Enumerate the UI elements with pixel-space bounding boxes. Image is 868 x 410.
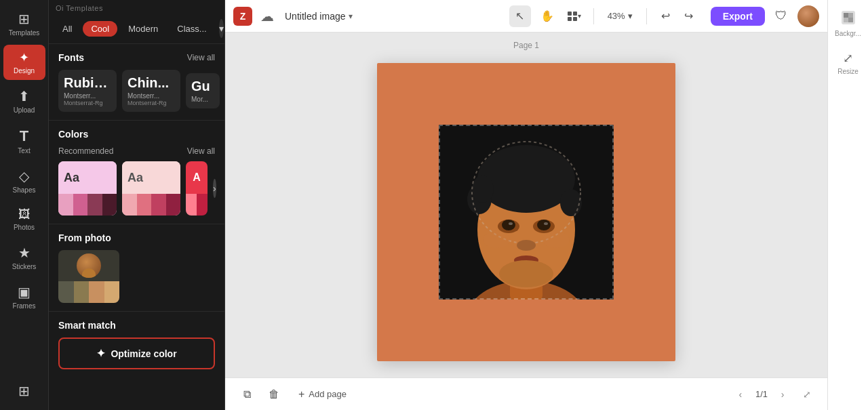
sidebar-item-upload[interactable]: ⬆ Upload <box>3 83 45 119</box>
sidebar-item-design[interactable]: ✦ Design <box>3 45 45 80</box>
delete-page-button[interactable]: 🗑 <box>263 384 285 405</box>
sidebar-item-shapes[interactable]: ◇ Shapes <box>3 163 45 199</box>
layout-caret: ▾ <box>578 12 581 20</box>
sidebar-item-label-text: Text <box>18 147 30 155</box>
sidebar-item-label-photos: Photos <box>14 224 35 231</box>
zoom-control[interactable]: 43% ▾ <box>602 8 638 24</box>
tab-all[interactable]: All <box>54 21 80 37</box>
prev-page-button[interactable]: ‹ <box>731 385 750 404</box>
top-toolbar: Z ☁ Untitled image ▾ ↖ ✋ ▾ 43% ▾ ↩ ↪ <box>225 0 827 33</box>
font-card-sub2-1: Montserrat-Rg <box>127 100 175 106</box>
font-card-1[interactable]: Chin... Montserr... Montserrat-Rg <box>122 70 180 112</box>
export-button[interactable]: Export <box>711 7 765 26</box>
font-card-sub1-1: Montserr... <box>127 92 175 100</box>
zoom-value: 43% <box>608 11 625 21</box>
svg-point-21 <box>499 260 553 287</box>
font-card-0[interactable]: Rubik-... Montserr... Montserrat-Rg <box>58 70 117 112</box>
background-panel-button[interactable]: Backgr... <box>831 5 866 43</box>
color-palette-0[interactable]: Aa <box>58 161 117 216</box>
tab-cool[interactable]: Cool <box>83 21 117 37</box>
document-title-area[interactable]: Untitled image ▾ <box>279 8 358 24</box>
canvas-photo[interactable] <box>439 125 614 300</box>
smart-match-section: Smart match ✦ Optimize color <box>49 314 224 379</box>
font-card-name-2: Gu <box>191 79 214 94</box>
fonts-view-all[interactable]: View all <box>187 53 215 62</box>
sidebar-icons: ⊞ Templates ✦ Design ⬆ Upload T Text ◇ S… <box>0 0 49 410</box>
shield-button[interactable]: 🛡 <box>770 5 792 27</box>
toolbar-divider-1 <box>593 8 594 24</box>
sidebar-item-label-upload: Upload <box>14 106 35 114</box>
add-page-button[interactable]: + Add page <box>290 384 355 405</box>
colors-more-button[interactable]: › <box>213 179 216 198</box>
grid-icon: ⊞ <box>18 383 30 399</box>
zoom-caret-icon: ▾ <box>628 11 633 21</box>
sidebar-item-stickers[interactable]: ★ Stickers <box>3 239 45 276</box>
next-page-button[interactable]: › <box>773 385 792 404</box>
user-avatar[interactable] <box>797 5 819 27</box>
fonts-section: Fonts View all Rubik-... Montserr... Mon… <box>49 44 224 117</box>
title-caret-icon: ▾ <box>349 12 353 21</box>
shapes-icon: ◇ <box>19 168 29 184</box>
svg-point-19 <box>517 240 536 251</box>
color-palette-1[interactable]: Aa <box>122 161 180 216</box>
canvas-area[interactable]: Page 1 <box>225 33 827 377</box>
resize-panel-button[interactable]: ⤢ Resize <box>831 45 866 81</box>
upload-icon: ⬆ <box>18 88 30 104</box>
add-page-label: Add page <box>309 389 347 399</box>
optimize-icon: ✦ <box>96 347 105 360</box>
cloud-icon: ☁ <box>260 8 274 24</box>
sidebar-item-grid[interactable]: ⊞ <box>3 377 45 405</box>
fonts-title: Fonts <box>58 52 84 63</box>
optimize-color-button[interactable]: ✦ Optimize color <box>58 337 215 369</box>
layout-tool-button[interactable]: ▾ <box>564 5 585 27</box>
svg-rect-2 <box>568 17 572 21</box>
hand-tool-button[interactable]: ✋ <box>536 5 558 27</box>
add-page-icon: + <box>298 388 304 401</box>
undo-redo-controls: ↩ ↪ <box>655 5 700 27</box>
font-card-sub1-0: Montserr... <box>64 92 111 100</box>
svg-point-15 <box>502 220 515 230</box>
svg-rect-26 <box>848 13 853 18</box>
svg-rect-3 <box>573 17 577 21</box>
layout-icon <box>567 11 578 22</box>
color-palette-2-partial[interactable]: A <box>186 161 208 216</box>
colors-view-all[interactable]: View all <box>187 146 215 156</box>
select-tool-button[interactable]: ↖ <box>509 5 531 27</box>
design-icon: ✦ <box>19 50 29 65</box>
toolbar-divider-2 <box>646 8 647 24</box>
document-title: Untitled image <box>285 11 346 22</box>
svg-rect-1 <box>573 12 577 16</box>
undo-button[interactable]: ↩ <box>655 5 677 27</box>
colors-title: Colors <box>58 129 88 140</box>
sidebar-item-label-shapes: Shapes <box>13 186 36 194</box>
sidebar-item-photos[interactable]: 🖼 Photos <box>3 202 45 237</box>
svg-point-16 <box>537 220 551 230</box>
sidebar-item-frames[interactable]: ▣ Frames <box>3 279 45 315</box>
redo-button[interactable]: ↪ <box>678 5 700 27</box>
right-panel: Backgr... ⤢ Resize <box>827 0 868 410</box>
sidebar-item-label-frames: Frames <box>13 302 36 310</box>
sidebar-item-templates[interactable]: ⊞ Templates <box>3 5 45 42</box>
templates-icon: ⊞ <box>18 11 30 27</box>
svg-rect-27 <box>844 18 848 22</box>
font-card-sub1-2: Mor... <box>191 96 214 103</box>
copy-page-button[interactable]: ⧉ <box>236 384 258 405</box>
from-photo-thumbnail[interactable] <box>58 250 119 303</box>
font-card-name-0: Rubik-... <box>64 75 111 91</box>
svg-rect-25 <box>844 13 848 18</box>
from-photo-section: From photo <box>49 227 224 308</box>
sidebar-item-text[interactable]: T Text <box>3 122 45 160</box>
sidebar-item-label-design: Design <box>14 67 35 75</box>
colors-section: Colors Recommended View all Aa <box>49 123 224 221</box>
filter-tab-more-button[interactable]: ▾ <box>219 19 224 38</box>
tab-modern[interactable]: Modern <box>120 21 166 37</box>
divider-1 <box>49 120 224 121</box>
svg-rect-0 <box>568 12 572 16</box>
font-card-2[interactable]: Gu Mor... <box>186 73 220 108</box>
recommended-label: Recommended <box>58 146 113 156</box>
fonts-row: Rubik-... Montserr... Montserrat-Rg Chin… <box>58 70 215 112</box>
canvas-frame[interactable] <box>377 63 675 361</box>
tab-classic[interactable]: Class... <box>169 21 214 37</box>
smart-match-title: Smart match <box>58 320 116 331</box>
expand-button[interactable]: ⤢ <box>797 385 816 404</box>
